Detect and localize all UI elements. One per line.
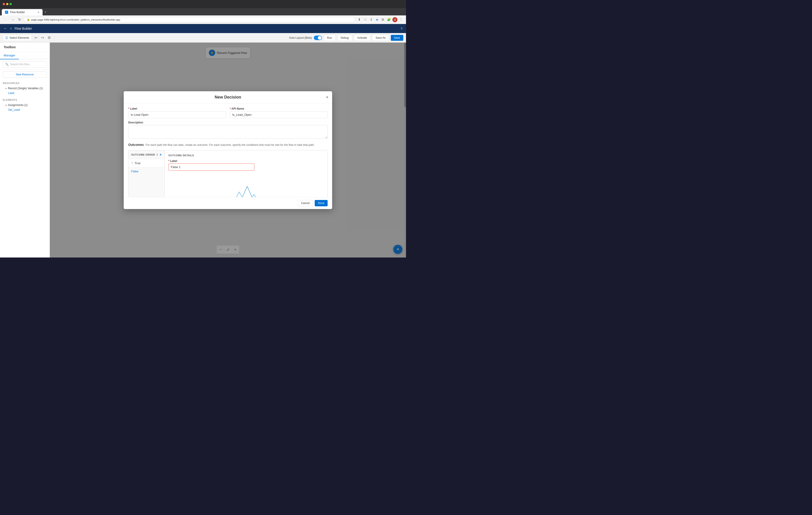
extension-icon[interactable]: ◈ xyxy=(375,17,379,22)
dot-red[interactable] xyxy=(3,3,5,5)
elements-section-header: ELEMENTS xyxy=(0,97,50,102)
activate-button[interactable]: Activate xyxy=(354,35,371,41)
puzzle-icon[interactable]: ⊞ xyxy=(381,17,385,22)
no-conditions-area: No conditions needed If no outcome's con… xyxy=(206,175,286,197)
outcome-label-required-star: * xyxy=(168,159,170,162)
assignments-item[interactable]: ▾ Assignments (1) xyxy=(0,102,50,108)
auto-layout-label: Auto-Layout (Beta) xyxy=(289,36,312,39)
elements-section: ELEMENTS ▾ Assignments (1) Set_Lead xyxy=(0,96,50,113)
outcome-order-label: OUTCOME ORDER xyxy=(131,153,155,156)
outcome-label-field-label: * Label xyxy=(168,159,324,162)
app-header: ← ≡ Flow Builder ? xyxy=(0,24,406,33)
browser-toolbar-icons: ⬇ ☆ ℹ ◈ ⊞ 🧩 U ⋮ xyxy=(357,17,403,22)
redo-button[interactable]: ↪ xyxy=(40,35,45,41)
outcome-details-panel: OUTCOME DETAILS * Label xyxy=(165,150,327,197)
outcome-true-label: True xyxy=(135,161,141,165)
flow-canvas[interactable]: ⚡ Record-Triggered Flow New Decision × xyxy=(50,42,406,258)
account-icon[interactable]: 🧩 xyxy=(386,17,391,22)
toolbar-divider xyxy=(54,35,55,40)
label-field: * Label xyxy=(128,107,226,118)
outcome-order-header: OUTCOME ORDER ℹ + xyxy=(128,150,165,159)
new-decision-modal: New Decision × * Label xyxy=(124,91,332,209)
tab-close-button[interactable]: × xyxy=(38,10,39,14)
outcome-label-field-label-text: Label xyxy=(170,159,177,162)
api-name-field: * API Name xyxy=(230,107,328,118)
app-logo-icon: ≡ xyxy=(10,27,12,30)
outcomes-container: OUTCOME ORDER ℹ + ⠿ True False xyxy=(128,150,328,197)
svg-marker-4 xyxy=(239,186,255,197)
app-back-button[interactable]: ← xyxy=(4,27,7,31)
tab-add-button[interactable]: + xyxy=(42,9,48,16)
auto-layout-toggle[interactable] xyxy=(314,35,322,40)
svg-marker-5 xyxy=(248,194,260,197)
assignments-label: Assignments (1) xyxy=(8,103,28,107)
description-field: Description xyxy=(128,121,328,139)
settings-button[interactable]: ⚙ xyxy=(47,35,52,41)
debug-button[interactable]: Debug xyxy=(337,35,352,41)
new-resource-button[interactable]: New Resource xyxy=(3,71,47,78)
dot-yellow[interactable] xyxy=(6,3,8,5)
nav-back-button[interactable]: ← xyxy=(3,17,8,23)
download-icon[interactable]: ⬇ xyxy=(357,17,361,22)
assignments-expand-icon: ▾ xyxy=(5,104,6,107)
user-avatar[interactable]: U xyxy=(393,17,397,22)
info-icon[interactable]: ℹ xyxy=(369,17,373,22)
resources-section-header: RESOURCES xyxy=(0,81,50,86)
description-textarea[interactable] xyxy=(128,125,328,139)
save-as-button[interactable]: Save As xyxy=(372,35,389,41)
address-bar[interactable]: 🔒 page-page-5950.lightning.force.com/bui… xyxy=(24,17,355,22)
flow-toolbar-right: Auto-Layout (Beta) Run Debug Activate Sa… xyxy=(289,35,403,41)
lead-link[interactable]: Lead xyxy=(0,91,50,95)
app-title: Flow Builder xyxy=(14,27,32,30)
modal-header: New Decision × xyxy=(124,91,332,103)
outcome-true-item[interactable]: ⠿ True xyxy=(128,159,165,168)
api-name-field-label-text: API Name xyxy=(232,107,244,110)
app-header-right: ? xyxy=(401,27,402,30)
modal-overlay[interactable]: New Decision × * Label xyxy=(50,42,406,258)
outcome-label-row: * Label xyxy=(168,159,324,171)
more-options-icon[interactable]: ⋮ xyxy=(399,17,403,22)
app-help-button[interactable]: ? xyxy=(401,27,402,30)
outcome-details-header: OUTCOME DETAILS xyxy=(168,154,324,157)
api-name-input[interactable] xyxy=(230,111,328,118)
modal-body: * Label * API Name xyxy=(124,103,332,197)
api-name-required-star: * xyxy=(230,107,231,110)
bookmark-icon[interactable]: ☆ xyxy=(363,17,368,22)
run-button[interactable]: Run xyxy=(324,35,336,41)
label-field-label-text: Label xyxy=(130,107,137,110)
done-button[interactable]: Done xyxy=(315,200,328,206)
tab-favicon: F xyxy=(5,11,8,14)
search-icon: 🔍 xyxy=(5,63,9,66)
outcomes-desc: For each path the flow can take, create … xyxy=(145,143,315,147)
search-input-container[interactable]: 🔍 Search this flow... xyxy=(3,61,47,67)
undo-button[interactable]: ↩ xyxy=(33,35,38,41)
api-name-field-label: * API Name xyxy=(230,107,328,110)
record-single-variables-label: Record (Single) Variables (1) xyxy=(8,87,43,90)
modal-footer: Cancel Done xyxy=(124,197,332,209)
label-api-row: * Label * API Name xyxy=(128,107,328,118)
cancel-button[interactable]: Cancel xyxy=(298,200,313,206)
nav-forward-button[interactable]: → xyxy=(10,17,16,23)
select-elements-button[interactable]: ☰ Select Elements xyxy=(3,35,32,41)
no-conditions-illustration xyxy=(223,180,269,197)
outcome-false-item[interactable]: False xyxy=(128,168,165,175)
outcomes-header: Outcomes For each path the flow can take… xyxy=(128,143,328,147)
dot-green[interactable] xyxy=(9,3,12,5)
outcome-add-button[interactable]: + xyxy=(160,153,162,157)
nav-refresh-button[interactable]: ↻ xyxy=(17,17,22,23)
sidebar: Toolbox Manager 🔍 Search this flow... Ne… xyxy=(0,42,50,258)
select-elements-icon: ☰ xyxy=(5,36,8,40)
outcomes-title: Outcomes xyxy=(128,143,144,147)
select-elements-label: Select Elements xyxy=(9,36,29,39)
record-single-variables-item[interactable]: ▾ Record (Single) Variables (1) xyxy=(0,86,50,91)
tab-label: Flow Builder xyxy=(10,11,25,14)
sidebar-tab-manager[interactable]: Manager xyxy=(0,52,19,59)
save-button[interactable]: Save xyxy=(391,35,403,41)
set-lead-link[interactable]: Set_Lead xyxy=(0,108,50,112)
outcome-label-input[interactable] xyxy=(168,163,255,171)
modal-close-button[interactable]: × xyxy=(326,95,328,99)
svg-marker-3 xyxy=(232,192,246,197)
browser-tab-active[interactable]: F Flow Builder × xyxy=(2,9,42,16)
browser-chrome xyxy=(0,0,406,8)
label-input[interactable] xyxy=(128,111,226,118)
